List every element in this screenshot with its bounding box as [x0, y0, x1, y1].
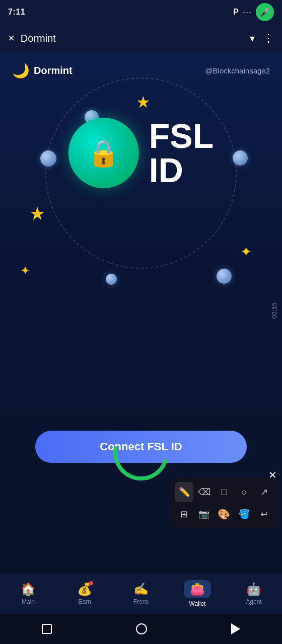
- star-icon-2: ★: [29, 203, 45, 224]
- nav-label-main: Main: [22, 598, 35, 605]
- orb-decoration-5: [217, 269, 232, 284]
- nav-title: Dormint: [21, 33, 56, 44]
- rectangle-tool-button[interactable]: □: [215, 482, 233, 502]
- sys-recent-apps-button[interactable]: [42, 624, 52, 634]
- pen-tool-button[interactable]: ✏️: [175, 482, 193, 502]
- nav-label-frens: Frens: [133, 598, 149, 605]
- connect-section: Connect FSL ID: [0, 431, 282, 463]
- nav-item-wallet[interactable]: 👛 Wallet: [169, 580, 226, 607]
- nav-item-agent[interactable]: 🤖 Agent: [226, 582, 282, 605]
- fill-tool-button[interactable]: 🪣: [235, 504, 253, 524]
- toolbar-close-button[interactable]: ✕: [268, 469, 277, 481]
- nav-bar: × Dormint ▾ ⋮: [0, 24, 282, 52]
- timestamp: 02:15: [270, 302, 278, 319]
- frens-icon: ✍️: [133, 582, 149, 596]
- wallet-icon-bg: 👛: [184, 580, 211, 598]
- arrow-tool-button[interactable]: ↗: [255, 482, 273, 502]
- fsl-text-line1: FSL: [149, 119, 214, 153]
- mic-button[interactable]: 🎤: [256, 3, 274, 21]
- main-content: 🌙 Dormint @Blockchainsage2 ★ ★ ✦ ✦ 🔒 FSL…: [0, 52, 282, 574]
- brand-name: Dormint: [34, 65, 73, 76]
- chevron-down-icon[interactable]: ▾: [250, 32, 255, 44]
- drawing-toolbar: ✕ ✏️ ⌫ □ ○ ↗ ⊞ 📷 🎨 🪣 ↩: [171, 478, 277, 528]
- color-picker-button[interactable]: 🎨: [215, 504, 233, 524]
- star-icon-3: ✦: [240, 244, 252, 260]
- fsl-text-line2: ID: [149, 153, 214, 187]
- camera-tool-button[interactable]: 📷: [195, 504, 214, 524]
- more-indicator: ···: [243, 7, 252, 18]
- orb-decoration-3: [233, 150, 248, 166]
- eraser-tool-button[interactable]: ⌫: [195, 482, 214, 502]
- status-bar: 7:11 P ··· 🎤: [0, 0, 282, 24]
- brand-moon-icon: 🌙: [12, 62, 30, 79]
- nav-left: × Dormint: [8, 32, 56, 45]
- nav-item-earn[interactable]: 💰 Earn: [56, 582, 113, 605]
- connect-fsl-id-button[interactable]: Connect FSL ID: [35, 431, 247, 463]
- nav-item-frens[interactable]: ✍️ Frens: [113, 582, 169, 605]
- nav-right: ▾ ⋮: [250, 32, 274, 45]
- more-menu-icon[interactable]: ⋮: [263, 32, 274, 45]
- star-icon-1: ★: [136, 93, 151, 112]
- circle-tool-button[interactable]: ○: [235, 482, 253, 502]
- mic-icon: 🎤: [260, 8, 270, 17]
- wallet-icon: 👛: [190, 582, 205, 596]
- brand-header: 🌙 Dormint @Blockchainsage2: [0, 52, 282, 79]
- nav-item-main[interactable]: 🏠 Main: [0, 582, 56, 605]
- undo-button[interactable]: ↩: [255, 504, 273, 524]
- system-navigation: [0, 614, 282, 644]
- mosaic-tool-button[interactable]: ⊞: [175, 504, 193, 524]
- status-icons: P ··· 🎤: [233, 3, 274, 21]
- fsl-text-block: FSL ID: [149, 119, 214, 187]
- home-icon: 🏠: [21, 582, 36, 596]
- carrier-indicator: P: [233, 8, 239, 17]
- agent-icon: 🤖: [246, 582, 261, 596]
- bottom-navigation: 🏠 Main 💰 Earn ✍️ Frens 👛 Wallet 🤖 Agent: [0, 574, 282, 614]
- sys-home-button[interactable]: [136, 623, 147, 634]
- orb-decoration-2: [40, 150, 56, 167]
- nav-label-wallet: Wallet: [189, 600, 206, 607]
- status-time: 7:11: [8, 8, 25, 17]
- orb-decoration-4: [106, 274, 117, 285]
- nav-label-earn: Earn: [78, 598, 91, 605]
- fsl-circle-logo: 🔒: [68, 118, 139, 188]
- sys-back-button[interactable]: [231, 623, 240, 634]
- keyhole-icon: 🔒: [87, 140, 120, 166]
- earn-icon: 💰: [77, 582, 92, 596]
- close-button[interactable]: ×: [8, 32, 15, 45]
- brand-logo: 🌙 Dormint: [12, 62, 73, 79]
- star-icon-4: ✦: [20, 264, 30, 278]
- brand-handle: @Blockchainsage2: [205, 66, 270, 75]
- nav-label-agent: Agent: [246, 598, 261, 605]
- fsl-logo-area: 🔒 FSL ID: [68, 118, 214, 188]
